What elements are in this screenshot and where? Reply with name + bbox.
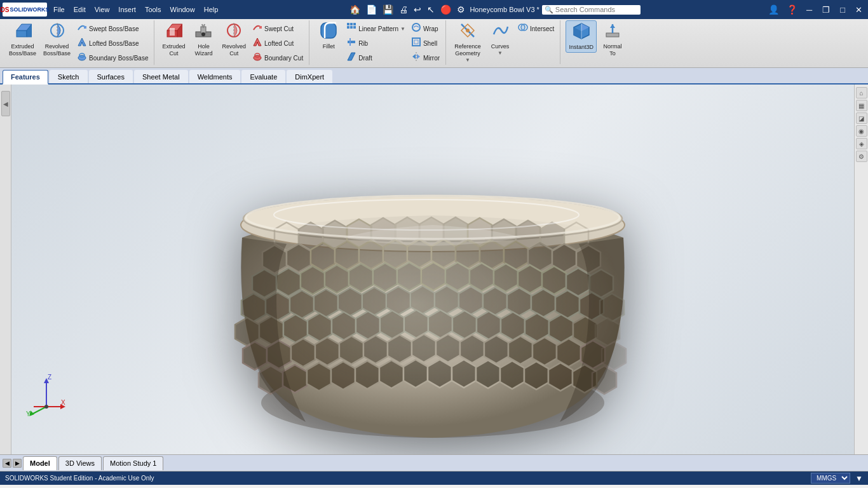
revolved-boss-icon [48,22,66,42]
view-orient-icon[interactable]: ⌂ [856,87,867,98]
menu-edit[interactable]: Edit [70,4,90,15]
search-box[interactable]: 🔍 [542,5,641,15]
open-icon[interactable]: 📄 [364,4,379,15]
reference-geometry-dropdown[interactable]: ▼ [465,57,470,63]
normal-to-button[interactable]: NormalTo [599,20,627,58]
user-icon[interactable]: 👤 [766,4,781,15]
extruded-cut-icon [165,22,182,42]
wrap-button[interactable]: Wrap [409,22,442,36]
swept-boss-button[interactable]: Swept Boss/Base [75,22,150,36]
search-input[interactable] [555,6,638,13]
bottom-tab-bar: ◀ ▶ Model 3D Views Motion Study 1 [0,454,868,471]
tab-dimxpert[interactable]: DimXpert [287,70,332,83]
maximize-button[interactable]: □ [837,4,848,16]
intersect-button[interactable]: Intersect [516,22,556,36]
expand-icon[interactable]: ▼ [855,474,863,483]
tab-evaluate[interactable]: Evaluate [241,70,285,83]
rebuild-icon[interactable]: 🔴 [438,4,453,15]
tab-surfaces[interactable]: Surfaces [89,70,133,83]
draft-label: Draft [358,55,372,62]
extruded-cut-button[interactable]: ExtrudedCut [159,20,187,58]
undo-icon[interactable]: ↩ [412,4,423,15]
svg-rect-0 [17,30,27,37]
titlebar-right: 👤 ❓ ─ ❐ □ ✕ [766,4,865,16]
svg-rect-31 [348,41,355,43]
reference-geometry-label: ReferenceGeometry [454,43,481,57]
rib-button[interactable]: Rib [344,36,407,50]
mirror-button[interactable]: Mirror [409,51,442,65]
print-icon[interactable]: 🖨 [397,4,410,15]
revolved-boss-button[interactable]: RevolvedBoss/Base [41,20,73,58]
view-settings-icon[interactable]: ⚙ [856,151,867,162]
menu-help[interactable]: Help [200,4,222,15]
svg-rect-28 [347,26,349,29]
normal-to-label: NormalTo [603,43,621,57]
curves-dropdown[interactable]: ▼ [498,50,503,56]
3d-viewport[interactable]: Z X Y [11,85,854,454]
boundary-cut-button[interactable]: Boundary Cut [250,51,305,65]
linear-pattern-button[interactable]: Linear Pattern ▼ [344,22,407,36]
boundary-boss-button[interactable]: Boundary Boss/Base [75,51,150,65]
bowl-model [11,85,854,454]
instant3d-label: Instant3D [569,44,593,51]
restore-button[interactable]: ❐ [819,4,833,16]
extruded-boss-label: ExtrudedBoss/Base [9,43,36,57]
edit-appear-icon[interactable]: ◉ [856,125,867,137]
menu-window[interactable]: Window [166,4,199,15]
svg-point-42 [466,29,470,32]
boundary-boss-label: Boundary Boss/Base [89,55,148,62]
apply-scene-icon[interactable]: ◈ [856,138,867,149]
scroll-right-button[interactable]: ▶ [13,459,22,468]
tab-3dviews[interactable]: 3D Views [58,456,102,470]
extruded-boss-button[interactable]: ExtrudedBoss/Base [6,20,39,58]
extruded-boss-icon [14,22,32,42]
svg-point-34 [412,24,420,31]
svg-point-173 [44,405,48,409]
new-icon[interactable]: 🏠 [348,4,362,15]
tab-sheet-metal[interactable]: Sheet Metal [134,70,188,83]
extruded-cut-label: ExtrudedCut [162,43,185,57]
display-style-icon[interactable]: ▦ [856,100,867,111]
fillet-button[interactable]: Fillet [315,20,342,51]
close-button[interactable]: ✕ [852,4,865,16]
swept-cut-button[interactable]: Swept Cut [250,22,305,36]
curves-button[interactable]: Curves ▼ [486,20,514,57]
tab-weldments[interactable]: Weldments [189,70,241,83]
help-icon[interactable]: ❓ [785,4,799,15]
panel-collapse-button[interactable]: ◀ [1,91,10,116]
instant3d-icon [573,22,590,43]
reference-geometry-button[interactable]: ReferenceGeometry ▼ [451,20,484,64]
revolved-cut-button[interactable]: RevolvedCut [219,20,248,58]
tab-model[interactable]: Model [23,456,57,470]
hide-show-icon[interactable]: ◪ [856,112,867,124]
tab-motion-study[interactable]: Motion Study 1 [103,456,163,470]
draft-button[interactable]: Draft [344,51,407,65]
menu-view[interactable]: View [91,4,114,15]
shell-label: Shell [423,40,437,47]
menu-tools[interactable]: Tools [141,4,165,15]
hole-wizard-button[interactable]: HoleWizard [189,20,217,58]
options-icon[interactable]: ⚙ [455,4,467,15]
menu-insert[interactable]: Insert [114,4,140,15]
menu-file[interactable]: File [50,4,69,15]
scroll-left-button[interactable]: ◀ [3,459,11,468]
lofted-boss-button[interactable]: Lofted Boss/Base [75,36,150,50]
tab-features[interactable]: Features [3,70,48,85]
save-icon[interactable]: 💾 [381,4,395,15]
lofted-cut-button[interactable]: Lofted Cut [250,36,305,50]
app-logo: DS SOLIDWORKS [3,3,47,17]
hole-wizard-label: HoleWizard [194,43,212,57]
instant3d-button[interactable]: Instant3D [566,20,597,53]
minimize-button[interactable]: ─ [803,4,815,16]
svg-rect-25 [347,23,349,25]
reference-geometry-icon [459,22,477,42]
svg-text:Z: Z [48,374,51,381]
tab-sketch[interactable]: Sketch [50,70,88,83]
select-icon[interactable]: ↖ [425,4,437,15]
wrap-icon [411,22,421,35]
svg-marker-38 [412,54,416,59]
ribbon-group-cut: ExtrudedCut HoleWizard [156,20,309,65]
units-selector[interactable]: MMGS IPS CGS [811,473,850,484]
shell-button[interactable]: Shell [409,36,442,50]
linear-pattern-dropdown[interactable]: ▼ [400,26,405,32]
